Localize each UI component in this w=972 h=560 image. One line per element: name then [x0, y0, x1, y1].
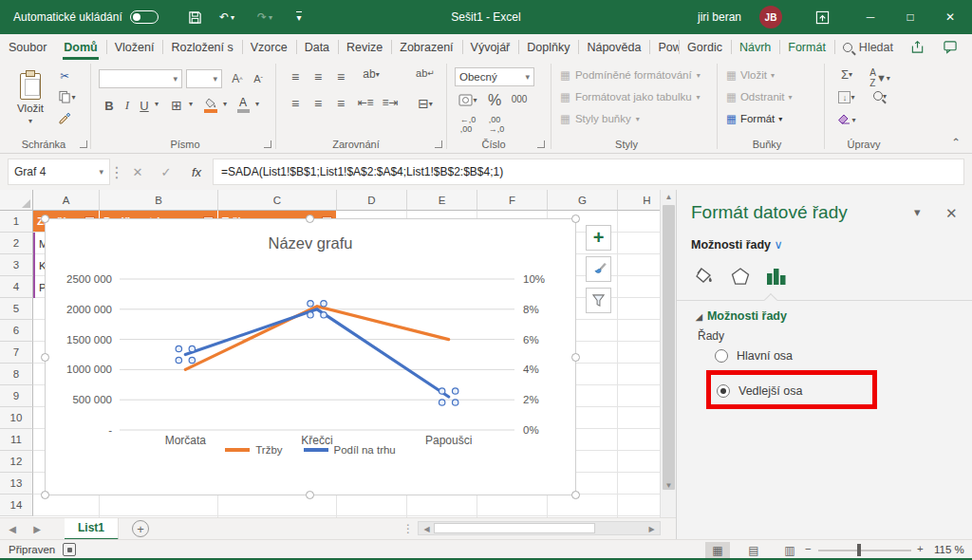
vertical-scroll-thumb[interactable] — [663, 205, 675, 490]
name-box[interactable]: Graf 4▾ — [8, 159, 110, 185]
tab-vzorce[interactable]: Vzorce — [242, 34, 296, 60]
tab-domu[interactable]: Domů — [55, 34, 105, 60]
fill-line-tab[interactable] — [688, 262, 720, 290]
align-left-button[interactable]: ≡ — [285, 96, 306, 111]
tab-navrh[interactable]: Návrh — [731, 34, 779, 60]
chart-handle-n[interactable] — [306, 215, 314, 223]
borders-button[interactable]: ⊞ — [167, 96, 186, 115]
fill-color-button[interactable] — [201, 96, 220, 115]
tabbar-splitter[interactable]: ⋮ — [402, 522, 414, 535]
user-name[interactable]: jiri beran — [698, 0, 741, 34]
tab-data[interactable]: Data — [296, 34, 338, 60]
shrink-font-button[interactable]: Aˇ — [249, 69, 268, 88]
legend-item[interactable]: Tržby — [225, 444, 282, 456]
namebox-splitter[interactable]: ⋮ — [110, 154, 123, 190]
chart-handle-sw[interactable] — [41, 491, 49, 499]
radio-primary-axis[interactable]: Hlavní osa — [715, 349, 793, 363]
tab-zobrazeni[interactable]: Zobrazení — [391, 34, 461, 60]
format-painter-button[interactable] — [55, 109, 74, 126]
align-center-button[interactable]: ≡ — [308, 96, 328, 111]
format-cells-button[interactable]: ▦Formát▾ — [726, 112, 812, 125]
conditional-formatting-button[interactable]: ▦Podmíněné formátování▾ — [560, 68, 721, 82]
zoom-slider-thumb[interactable] — [857, 544, 861, 556]
vertical-scrollbar[interactable]: ▲ ▼ — [660, 190, 676, 517]
cancel-button[interactable]: ✕ — [123, 154, 152, 190]
autosave-toggle[interactable]: Automatické ukládání — [13, 0, 159, 34]
column-header-g[interactable]: G — [548, 190, 618, 211]
chart-handle-nw[interactable] — [41, 215, 49, 223]
chart-elements-button[interactable]: + — [586, 225, 611, 251]
fill-color-dropdown[interactable]: ▾ — [220, 100, 230, 108]
row-header[interactable]: 4 — [0, 276, 33, 298]
customize-qat-button[interactable]: ▾ — [287, 0, 311, 34]
sheet-nav-left[interactable]: ◀ — [0, 524, 25, 534]
row-header[interactable]: 12 — [0, 451, 33, 473]
accounting-format-button[interactable]: ▾ — [456, 94, 480, 106]
tab-gordic[interactable]: Gordic — [679, 34, 731, 60]
clear-button[interactable]: ▾ — [833, 114, 860, 125]
share-button[interactable] — [902, 34, 934, 60]
tab-format[interactable]: Formát — [779, 34, 834, 60]
font-name-combo[interactable]: ▾ — [99, 69, 182, 88]
search-box[interactable]: Hledat — [834, 34, 902, 60]
align-right-button[interactable]: ≡ — [330, 96, 351, 111]
alignment-dialog-launcher[interactable] — [435, 140, 442, 148]
row-header[interactable]: 1 — [0, 211, 33, 233]
tab-soubor[interactable]: Soubor — [0, 34, 55, 60]
row-header[interactable]: 5 — [0, 298, 33, 320]
row-header[interactable]: 8 — [0, 364, 33, 385]
collapse-ribbon-button[interactable]: ⌃ — [947, 136, 964, 149]
font-color-dropdown[interactable]: ▾ — [252, 100, 262, 108]
scroll-left-icon[interactable]: ◀ — [419, 522, 435, 536]
increase-indent-button[interactable]: ≡⇥ — [380, 96, 401, 109]
save-button[interactable] — [182, 0, 207, 34]
sheet-nav-right[interactable]: ▶ — [25, 524, 49, 534]
chart-handle-ne[interactable] — [571, 215, 580, 223]
series-options-tab[interactable] — [760, 262, 793, 290]
percent-style-button[interactable]: % — [484, 92, 505, 109]
chart-handle-w[interactable] — [41, 353, 49, 362]
row-header[interactable]: 10 — [0, 407, 33, 429]
cut-button[interactable]: ✂ — [55, 67, 74, 84]
row-header[interactable]: 2 — [0, 233, 33, 254]
pane-dropdown-icon[interactable]: ▾ — [914, 205, 921, 219]
insert-cells-button[interactable]: ▦Vložit▾ — [726, 68, 812, 82]
legend-item[interactable]: Podíl na trhu — [304, 444, 396, 456]
scroll-down-icon[interactable]: ▼ — [661, 478, 677, 493]
enter-button[interactable]: ✓ — [152, 154, 180, 190]
font-size-combo[interactable]: ▾ — [186, 69, 222, 88]
chart-filters-button[interactable] — [586, 288, 611, 313]
tab-revize[interactable]: Revize — [338, 34, 391, 60]
avatar[interactable]: JB — [759, 0, 782, 34]
page-layout-view-button[interactable]: ▤ — [741, 542, 766, 559]
format-as-table-button[interactable]: ▦Formátovat jako tabulku▾ — [560, 90, 721, 103]
scroll-right-icon[interactable]: ▶ — [644, 522, 660, 536]
align-bottom-button[interactable]: ≡ — [330, 69, 351, 84]
column-header-d[interactable]: D — [337, 190, 407, 211]
align-top-button[interactable]: ≡ — [285, 69, 306, 84]
comma-style-button[interactable]: 000 — [507, 94, 532, 104]
orientation-button[interactable]: ab▾ — [359, 67, 383, 81]
autosum-button[interactable]: Σ▾ — [833, 67, 860, 82]
italic-button[interactable]: I — [120, 96, 135, 115]
paste-button[interactable]: Vložit▾ — [9, 67, 51, 130]
column-header-e[interactable]: E — [407, 190, 477, 211]
grow-font-button[interactable]: A^ — [228, 69, 247, 88]
sheet-tab-list1[interactable]: List1 — [65, 518, 119, 540]
horizontal-scroll-thumb[interactable] — [434, 523, 595, 533]
comments-button[interactable] — [934, 34, 966, 60]
underline-button[interactable]: U — [137, 96, 152, 115]
font-dialog-launcher[interactable] — [264, 140, 271, 148]
chart-handle-se[interactable] — [571, 491, 580, 499]
chart-title[interactable]: Název grafu — [46, 234, 575, 252]
zoom-in-button[interactable]: + — [917, 543, 924, 554]
font-color-button[interactable]: A — [234, 94, 252, 115]
close-button[interactable]: ✕ — [930, 0, 970, 34]
copy-button[interactable]: ▾ — [55, 88, 80, 105]
scroll-up-icon[interactable]: ▲ — [661, 190, 677, 204]
chart-styles-button[interactable] — [586, 256, 611, 282]
decrease-decimal-button[interactable]: ,00→,0 — [484, 115, 509, 134]
align-middle-button[interactable]: ≡ — [308, 69, 328, 84]
series-options-section[interactable]: ◢Možnosti řady — [696, 309, 787, 323]
row-header[interactable]: 11 — [0, 429, 33, 451]
